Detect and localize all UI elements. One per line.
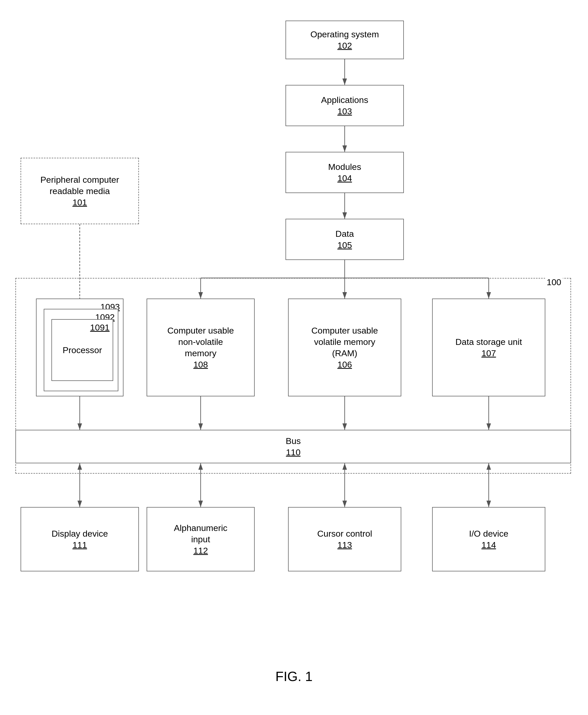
cpu1-ref: 1091 — [90, 322, 110, 333]
display-box: Display device 111 — [21, 507, 139, 571]
modules-ref: 104 — [337, 172, 352, 184]
data-box: Data 105 — [286, 219, 404, 260]
fig-label: FIG. 1 — [0, 669, 588, 684]
vmem-box: Computer usable volatile memory (RAM) 10… — [288, 299, 401, 396]
os-ref: 102 — [337, 40, 352, 51]
modules-label: Modules — [328, 161, 361, 172]
io-box: I/O device 114 — [432, 507, 545, 571]
vmem-ref: 106 — [337, 359, 352, 370]
cursor-ref: 113 — [337, 539, 352, 551]
bus-ref: 110 — [286, 447, 301, 458]
display-ref: 111 — [72, 539, 87, 551]
bus-box: Bus 110 — [16, 430, 571, 463]
datastorage-box: Data storage unit 107 — [432, 299, 545, 396]
data-label: Data — [335, 228, 354, 239]
cursor-box: Cursor control 113 — [288, 507, 401, 571]
datastorage-label: Data storage unit — [456, 336, 522, 347]
peripheral-ref: 101 — [72, 197, 87, 208]
alphanumeric-label: Alphanumeric input — [174, 522, 227, 545]
datastorage-ref: 107 — [482, 347, 496, 359]
apps-label: Applications — [321, 94, 368, 105]
apps-box: Applications 103 — [286, 85, 404, 126]
io-label: I/O device — [469, 528, 508, 539]
outer-ref: 100 — [545, 277, 563, 287]
apps-ref: 103 — [337, 105, 352, 117]
alphanumeric-box: Alphanumeric input 112 — [147, 507, 255, 571]
vmem-label: Computer usable volatile memory (RAM) — [312, 325, 378, 359]
nvmem-ref: 108 — [193, 359, 208, 370]
bus-label: Bus — [286, 435, 301, 447]
cursor-label: Cursor control — [317, 528, 372, 539]
io-ref: 114 — [482, 539, 496, 551]
alphanumeric-ref: 112 — [193, 545, 208, 556]
cpu1-box: 1091 Processor — [51, 319, 113, 381]
data-ref: 105 — [337, 239, 352, 251]
display-label: Display device — [51, 528, 108, 539]
processor-label: Processor — [63, 344, 102, 356]
nvmem-box: Computer usable non-volatile memory 108 — [147, 299, 255, 396]
peripheral-box: Peripheral computer readable media 101 — [21, 158, 139, 224]
modules-box: Modules 104 — [286, 152, 404, 193]
diagram: Operating system 102 Applications 103 Mo… — [0, 0, 588, 715]
os-box: Operating system 102 — [286, 21, 404, 59]
os-label: Operating system — [311, 28, 379, 40]
peripheral-label: Peripheral computer readable media — [40, 174, 119, 197]
nvmem-label: Computer usable non-volatile memory — [167, 325, 234, 359]
